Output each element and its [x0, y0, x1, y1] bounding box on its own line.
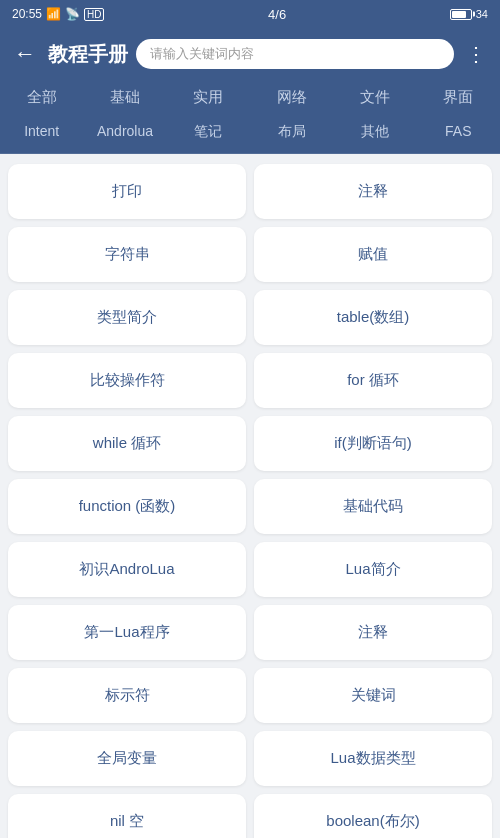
grid-item-11[interactable]: 基础代码	[254, 479, 492, 534]
back-button[interactable]: ←	[10, 37, 40, 71]
hd-badge: HD	[84, 8, 104, 21]
grid-item-12[interactable]: 初识AndroLua	[8, 542, 246, 597]
tab2-item-5[interactable]: FAS	[417, 119, 500, 145]
wifi-icon: 📡	[65, 7, 80, 21]
content-grid: 打印注释字符串赋值类型简介table(数组)比较操作符for 循环while 循…	[0, 154, 500, 838]
grid-item-18[interactable]: 全局变量	[8, 731, 246, 786]
grid-item-5[interactable]: table(数组)	[254, 290, 492, 345]
tab2-item-0[interactable]: Intent	[0, 119, 83, 145]
category-tabs-row2: IntentAndrolua笔记布局其他FAS	[0, 117, 500, 154]
tab1-item-2[interactable]: 实用	[167, 84, 250, 111]
tab1-item-1[interactable]: 基础	[83, 84, 166, 111]
grid-item-15[interactable]: 注释	[254, 605, 492, 660]
tab2-item-4[interactable]: 其他	[333, 119, 416, 145]
grid-item-1[interactable]: 注释	[254, 164, 492, 219]
grid-item-7[interactable]: for 循环	[254, 353, 492, 408]
status-left: 20:55 📶 📡 HD	[12, 7, 104, 21]
grid-item-9[interactable]: if(判断语句)	[254, 416, 492, 471]
grid-item-13[interactable]: Lua简介	[254, 542, 492, 597]
grid-item-3[interactable]: 赋值	[254, 227, 492, 282]
grid-item-20[interactable]: nil 空	[8, 794, 246, 838]
search-placeholder: 请输入关键词内容	[150, 45, 254, 63]
status-time: 20:55	[12, 7, 42, 21]
grid-item-10[interactable]: function (函数)	[8, 479, 246, 534]
search-box[interactable]: 请输入关键词内容	[136, 39, 454, 69]
grid-item-6[interactable]: 比较操作符	[8, 353, 246, 408]
grid-item-17[interactable]: 关键词	[254, 668, 492, 723]
grid-item-8[interactable]: while 循环	[8, 416, 246, 471]
battery-level: 34	[476, 8, 488, 20]
grid-item-19[interactable]: Lua数据类型	[254, 731, 492, 786]
page-indicator: 4/6	[268, 7, 286, 22]
signal-icon: 📶	[46, 7, 61, 21]
tab1-item-4[interactable]: 文件	[333, 84, 416, 111]
grid-item-21[interactable]: boolean(布尔)	[254, 794, 492, 838]
tab1-item-3[interactable]: 网络	[250, 84, 333, 111]
tab1-item-5[interactable]: 界面	[417, 84, 500, 111]
more-button[interactable]: ⋮	[462, 38, 490, 70]
grid-item-16[interactable]: 标示符	[8, 668, 246, 723]
tab2-item-3[interactable]: 布局	[250, 119, 333, 145]
header: ← 教程手册 请输入关键词内容 ⋮	[0, 28, 500, 80]
battery-icon	[450, 9, 472, 20]
grid-item-2[interactable]: 字符串	[8, 227, 246, 282]
page-title: 教程手册	[48, 41, 128, 68]
tab2-item-1[interactable]: Androlua	[83, 119, 166, 145]
grid-item-4[interactable]: 类型简介	[8, 290, 246, 345]
grid-item-0[interactable]: 打印	[8, 164, 246, 219]
tab2-item-2[interactable]: 笔记	[167, 119, 250, 145]
grid-item-14[interactable]: 第一Lua程序	[8, 605, 246, 660]
status-bar: 20:55 📶 📡 HD 4/6 34	[0, 0, 500, 28]
category-tabs-row1: 全部基础实用网络文件界面	[0, 80, 500, 117]
status-right: 34	[450, 8, 488, 20]
tab1-item-0[interactable]: 全部	[0, 84, 83, 111]
